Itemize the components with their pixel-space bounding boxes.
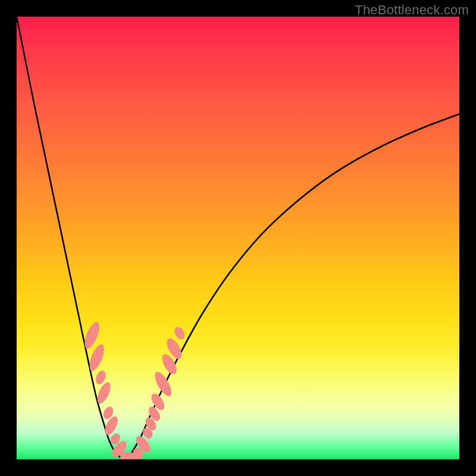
curve-left-curve xyxy=(17,17,127,459)
curve-layer xyxy=(17,17,459,459)
plot-area xyxy=(17,17,459,459)
watermark-text: TheBottleneck.com xyxy=(355,2,469,18)
curve-right-curve xyxy=(127,114,459,459)
data-marker xyxy=(173,325,187,342)
marker-layer xyxy=(82,320,187,459)
chart-svg xyxy=(17,17,459,459)
